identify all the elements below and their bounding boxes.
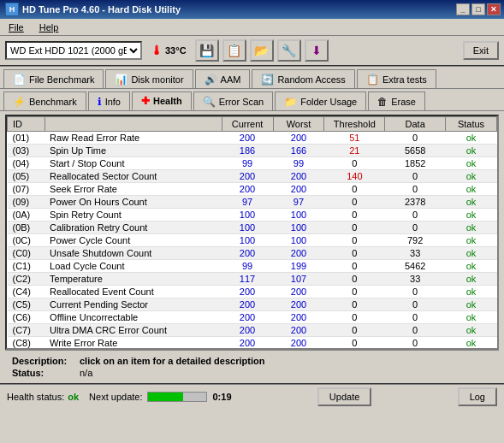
cell-id: (C0) <box>8 247 45 260</box>
status-bar: Health status: ok Next update: 0:19 Upda… <box>0 383 504 409</box>
cell-name: Ultra DMA CRC Error Count <box>44 324 222 337</box>
title-bar-left: H HD Tune Pro 4.60 - Hard Disk Utility <box>5 3 181 16</box>
tab-aam[interactable]: 🔊 AAM <box>195 69 251 88</box>
cell-name: Offline Uncorrectable <box>44 311 222 324</box>
tab-erase[interactable]: 🗑 Erase <box>368 92 425 110</box>
cell-data: 0 <box>385 311 446 324</box>
tab-random-access[interactable]: 🔄 Random Access <box>252 69 354 88</box>
cell-threshold: 0 <box>324 260 385 273</box>
table-row[interactable]: (0B) Calibration Retry Count 100 100 0 0… <box>8 222 497 234</box>
cell-current: 200 <box>222 324 273 337</box>
cell-status: ok <box>446 170 497 183</box>
cell-name: Power Cycle Count <box>44 234 222 247</box>
table-row[interactable]: (01) Raw Read Error Rate 200 200 51 0 ok <box>8 132 497 145</box>
erase-icon: 🗑 <box>377 96 388 108</box>
cell-current: 200 <box>222 337 273 350</box>
minimize-button[interactable]: _ <box>456 3 470 15</box>
cell-name: Calibration Retry Count <box>44 222 222 234</box>
tab-extra-tests-label: Extra tests <box>382 74 427 85</box>
table-row[interactable]: (C4) Reallocated Event Count 200 200 0 0… <box>8 286 497 298</box>
cell-name: Raw Read Error Rate <box>44 132 222 145</box>
open-button[interactable]: 📂 <box>250 39 274 62</box>
save-button[interactable]: 💾 <box>195 39 219 62</box>
cell-worst: 107 <box>273 273 324 286</box>
table-row[interactable]: (0A) Spin Retry Count 100 100 0 0 ok <box>8 209 497 222</box>
tab-error-scan[interactable]: 🔍 Error Scan <box>193 92 274 110</box>
window-controls: _ □ ✕ <box>456 3 501 15</box>
col-header-current: Current <box>222 117 273 132</box>
table-row[interactable]: (07) Seek Error Rate 200 200 0 0 ok <box>8 183 497 196</box>
cell-current: 100 <box>222 222 273 234</box>
cell-status: ok <box>446 273 497 286</box>
cell-status: ok <box>446 311 497 324</box>
cell-worst: 199 <box>273 260 324 273</box>
cell-status: ok <box>446 145 497 157</box>
cell-worst: 99 <box>273 157 324 170</box>
table-row[interactable]: (05) Reallocated Sector Count 200 200 14… <box>8 170 497 183</box>
update-button[interactable]: Update <box>317 387 371 406</box>
cell-worst: 200 <box>273 132 324 145</box>
tab-extra-tests[interactable]: 📋 Extra tests <box>357 69 436 88</box>
tab-disk-monitor[interactable]: 📊 Disk monitor <box>105 69 193 88</box>
cell-data: 5658 <box>385 145 446 157</box>
cell-id: (0C) <box>8 234 45 247</box>
cell-name: Load Cycle Count <box>44 260 222 273</box>
table-row[interactable]: (C6) Offline Uncorrectable 200 200 0 0 o… <box>8 311 497 324</box>
cell-status: ok <box>446 337 497 350</box>
drive-select[interactable]: WD Ext HDD 1021 (2000 gB) <box>5 41 142 60</box>
table-row[interactable]: (C7) Ultra DMA CRC Error Count 200 200 0… <box>8 324 497 337</box>
table-row[interactable]: (C0) Unsafe Shutdown Count 200 200 0 33 … <box>8 247 497 260</box>
aam-icon: 🔊 <box>205 74 217 86</box>
cell-data: 5462 <box>385 260 446 273</box>
log-button[interactable]: Log <box>458 387 497 406</box>
exit-button[interactable]: Exit <box>463 41 499 60</box>
temperature-display: 🌡 33°C <box>145 44 192 57</box>
maximize-button[interactable]: □ <box>471 3 485 15</box>
table-row[interactable]: (0C) Power Cycle Count 100 100 0 792 ok <box>8 234 497 247</box>
cell-name: Spin Up Time <box>44 145 222 157</box>
table-row[interactable]: (C5) Current Pending Sector 200 200 0 0 … <box>8 298 497 311</box>
tab-folder-usage[interactable]: 📁 Folder Usage <box>275 92 366 110</box>
cell-name: Start / Stop Count <box>44 157 222 170</box>
disk-monitor-icon: 📊 <box>115 74 127 86</box>
cell-data: 2378 <box>385 196 446 209</box>
table-row[interactable]: (C8) Write Error Rate 200 200 0 0 ok <box>8 337 497 350</box>
cell-name: Seek Error Rate <box>44 183 222 196</box>
cell-status: ok <box>446 222 497 234</box>
settings-button[interactable]: 🔧 <box>277 39 301 62</box>
cell-data: 0 <box>385 337 446 350</box>
menu-help[interactable]: Help <box>36 21 62 34</box>
cell-current: 100 <box>222 209 273 222</box>
health-status: Health status: ok <box>7 392 79 402</box>
table-row[interactable]: (C2) Temperature 117 107 0 33 ok <box>8 273 497 286</box>
table-row[interactable]: (03) Spin Up Time 186 166 21 5658 ok <box>8 145 497 157</box>
table-row[interactable]: (C1) Load Cycle Count 99 199 0 5462 ok <box>8 260 497 273</box>
tab-info[interactable]: ℹ Info <box>88 92 130 110</box>
cell-worst: 200 <box>273 183 324 196</box>
table-body: (01) Raw Read Error Rate 200 200 51 0 ok… <box>8 132 497 350</box>
app-title: HD Tune Pro 4.60 - Hard Disk Utility <box>22 4 181 15</box>
export-button[interactable]: ⬇ <box>305 39 329 62</box>
status-label: Status: <box>12 368 76 378</box>
cell-current: 200 <box>222 247 273 260</box>
menu-file[interactable]: File <box>5 21 27 34</box>
table-row[interactable]: (09) Power On Hours Count 97 97 0 2378 o… <box>8 196 497 209</box>
progress-bar-fill <box>148 393 183 401</box>
tab-file-benchmark[interactable]: 📄 File Benchmark <box>3 69 104 88</box>
cell-data: 0 <box>385 183 446 196</box>
status-value: n/a <box>80 368 92 378</box>
tab-benchmark[interactable]: ⚡ Benchmark <box>3 92 86 110</box>
tab-health-label: Health <box>153 96 182 106</box>
table-row[interactable]: (04) Start / Stop Count 99 99 0 1852 ok <box>8 157 497 170</box>
next-update: Next update: 0:19 <box>89 392 231 402</box>
tab-health[interactable]: ✚ Health <box>132 92 192 110</box>
cell-status: ok <box>446 209 497 222</box>
close-button[interactable]: ✕ <box>487 3 501 15</box>
cell-name: Write Error Rate <box>44 337 222 350</box>
col-header-data: Data <box>385 117 446 132</box>
copy-button[interactable]: 📋 <box>222 39 246 62</box>
benchmark-icon: ⚡ <box>13 96 26 108</box>
health-table-container[interactable]: ID Current Worst Threshold Data Status (… <box>5 115 499 350</box>
cell-id: (07) <box>8 183 45 196</box>
cell-worst: 100 <box>273 209 324 222</box>
